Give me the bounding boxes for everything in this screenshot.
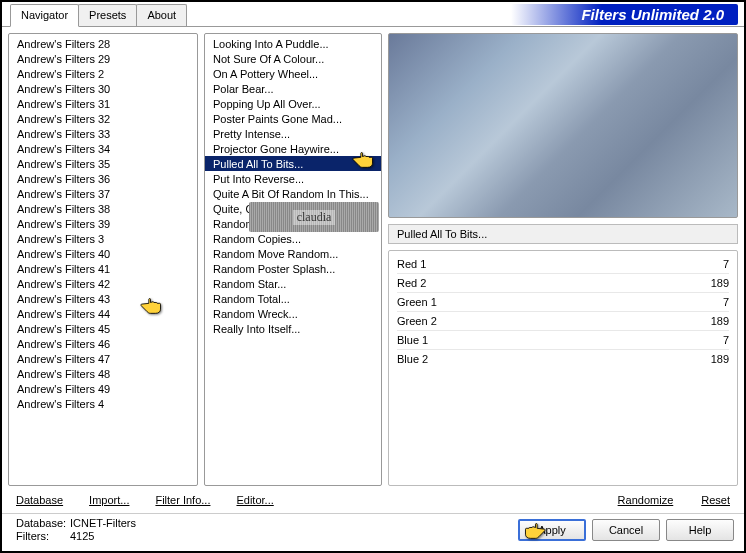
- list-item[interactable]: Projector Gone Haywire...: [205, 141, 381, 156]
- list-item[interactable]: Andrew's Filters 43: [9, 291, 197, 306]
- list-item[interactable]: Random Total...: [205, 291, 381, 306]
- list-item[interactable]: Andrew's Filters 3: [9, 231, 197, 246]
- param-row[interactable]: Green 2189: [397, 312, 729, 331]
- parameter-panel: Red 17Red 2189Green 17Green 2189Blue 17B…: [388, 250, 738, 486]
- param-row[interactable]: Blue 17: [397, 331, 729, 350]
- tab-bar: Navigator Presets About: [10, 4, 186, 26]
- watermark-text: claudia: [293, 210, 336, 225]
- list-item[interactable]: Andrew's Filters 4: [9, 396, 197, 411]
- list-item[interactable]: Andrew's Filters 38: [9, 201, 197, 216]
- list-item[interactable]: Andrew's Filters 48: [9, 366, 197, 381]
- filter-info-link[interactable]: Filter Info...: [155, 494, 210, 506]
- link-bar: Database Import... Filter Info... Editor…: [2, 486, 744, 514]
- param-value: 189: [711, 315, 729, 327]
- param-row[interactable]: Red 17: [397, 255, 729, 274]
- status-db-label: Database:: [16, 517, 70, 530]
- list-item[interactable]: Andrew's Filters 34: [9, 141, 197, 156]
- import-link[interactable]: Import...: [89, 494, 129, 506]
- list-item[interactable]: Andrew's Filters 42: [9, 276, 197, 291]
- list-item[interactable]: Andrew's Filters 2: [9, 66, 197, 81]
- list-item[interactable]: Put Into Reverse...: [205, 171, 381, 186]
- list-item[interactable]: Not Sure Of A Colour...: [205, 51, 381, 66]
- cancel-button[interactable]: Cancel: [592, 519, 660, 541]
- tab-about[interactable]: About: [136, 4, 187, 26]
- list-item[interactable]: Polar Bear...: [205, 81, 381, 96]
- app-title: Filters Unlimited 2.0: [511, 4, 738, 25]
- list-item[interactable]: Popping Up All Over...: [205, 96, 381, 111]
- current-filter-label: Pulled All To Bits...: [388, 224, 738, 244]
- param-name: Red 1: [397, 258, 426, 270]
- param-name: Blue 2: [397, 353, 428, 365]
- list-item[interactable]: Andrew's Filters 29: [9, 51, 197, 66]
- list-item[interactable]: Random Wreck...: [205, 306, 381, 321]
- status-db-value: ICNET-Filters: [70, 517, 136, 530]
- watermark: claudia: [249, 202, 379, 232]
- list-item[interactable]: Andrew's Filters 41: [9, 261, 197, 276]
- list-item[interactable]: Andrew's Filters 47: [9, 351, 197, 366]
- list-item[interactable]: Random Copies...: [205, 231, 381, 246]
- database-link[interactable]: Database: [16, 494, 63, 506]
- tab-navigator[interactable]: Navigator: [10, 4, 79, 27]
- category-list[interactable]: Andrew's Filters 28Andrew's Filters 29An…: [9, 34, 197, 485]
- param-name: Blue 1: [397, 334, 428, 346]
- param-row[interactable]: Red 2189: [397, 274, 729, 293]
- param-value: 7: [723, 296, 729, 308]
- reset-link[interactable]: Reset: [701, 494, 730, 506]
- list-item[interactable]: Random Star...: [205, 276, 381, 291]
- param-row[interactable]: Blue 2189: [397, 350, 729, 368]
- list-item[interactable]: Andrew's Filters 36: [9, 171, 197, 186]
- list-item[interactable]: Andrew's Filters 28: [9, 36, 197, 51]
- editor-link[interactable]: Editor...: [236, 494, 273, 506]
- list-item[interactable]: Pulled All To Bits...: [205, 156, 381, 171]
- list-item[interactable]: Poster Paints Gone Mad...: [205, 111, 381, 126]
- list-item[interactable]: Really Into Itself...: [205, 321, 381, 336]
- list-item[interactable]: Random Poster Splash...: [205, 261, 381, 276]
- param-name: Red 2: [397, 277, 426, 289]
- list-item[interactable]: Pretty Intense...: [205, 126, 381, 141]
- list-item[interactable]: Andrew's Filters 39: [9, 216, 197, 231]
- category-list-panel: Andrew's Filters 28Andrew's Filters 29An…: [8, 33, 198, 486]
- param-name: Green 2: [397, 315, 437, 327]
- list-item[interactable]: Looking Into A Puddle...: [205, 36, 381, 51]
- apply-button[interactable]: Apply: [518, 519, 586, 541]
- list-item[interactable]: Quite A Bit Of Random In This...: [205, 186, 381, 201]
- filter-list-panel: Looking Into A Puddle...Not Sure Of A Co…: [204, 33, 382, 486]
- list-item[interactable]: On A Pottery Wheel...: [205, 66, 381, 81]
- list-item[interactable]: Andrew's Filters 49: [9, 381, 197, 396]
- list-item[interactable]: Andrew's Filters 45: [9, 321, 197, 336]
- tab-presets[interactable]: Presets: [78, 4, 137, 26]
- list-item[interactable]: Andrew's Filters 44: [9, 306, 197, 321]
- status-info: Database:ICNET-Filters Filters:4125: [16, 517, 136, 543]
- list-item[interactable]: Andrew's Filters 31: [9, 96, 197, 111]
- list-item[interactable]: Random Move Random...: [205, 246, 381, 261]
- list-item[interactable]: Andrew's Filters 46: [9, 336, 197, 351]
- status-filters-label: Filters:: [16, 530, 70, 543]
- list-item[interactable]: Andrew's Filters 40: [9, 246, 197, 261]
- list-item[interactable]: Andrew's Filters 30: [9, 81, 197, 96]
- param-value: 189: [711, 277, 729, 289]
- param-value: 7: [723, 258, 729, 270]
- list-item[interactable]: Andrew's Filters 33: [9, 126, 197, 141]
- list-item[interactable]: Andrew's Filters 32: [9, 111, 197, 126]
- status-filters-value: 4125: [70, 530, 94, 543]
- list-item[interactable]: Andrew's Filters 35: [9, 156, 197, 171]
- filter-list[interactable]: Looking Into A Puddle...Not Sure Of A Co…: [205, 34, 381, 485]
- help-button[interactable]: Help: [666, 519, 734, 541]
- param-name: Green 1: [397, 296, 437, 308]
- list-item[interactable]: Andrew's Filters 37: [9, 186, 197, 201]
- param-value: 189: [711, 353, 729, 365]
- param-value: 7: [723, 334, 729, 346]
- randomize-link[interactable]: Randomize: [618, 494, 674, 506]
- param-row[interactable]: Green 17: [397, 293, 729, 312]
- preview-image: claudia: [388, 33, 738, 218]
